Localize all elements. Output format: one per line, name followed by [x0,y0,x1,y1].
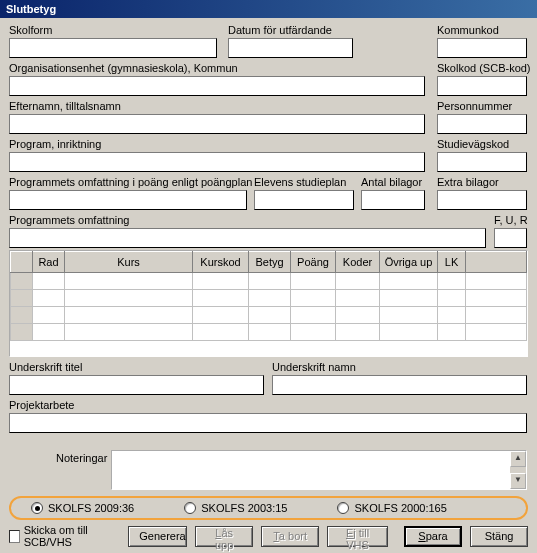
label-skolkod: Skolkod (SCB-kod) [437,62,531,74]
label-kommunkod: Kommunkod [437,24,499,36]
scrollbar[interactable]: ▲ ▼ [510,451,526,489]
input-fur[interactable] [494,228,527,248]
col-kurs[interactable]: Kurs [65,252,193,273]
input-datum[interactable] [228,38,353,58]
input-antal-bilagor[interactable] [361,190,425,210]
label-studievagskod: Studievägskod [437,138,509,150]
col-ovriga[interactable]: Övriga up [380,252,438,273]
input-noteringar[interactable]: ▲ ▼ [111,450,527,490]
window: Slutbetyg Skolform Datum för utfärdande … [0,0,537,553]
window-title: Slutbetyg [6,3,56,15]
checkbox-icon [9,530,20,543]
label-prog-omf: Programmets omfattning [9,214,129,226]
label-skolform: Skolform [9,24,52,36]
input-prog-omf-poang[interactable] [9,190,247,210]
col-blank [466,252,527,273]
titlebar: Slutbetyg [0,0,537,18]
radio-icon [184,502,196,514]
input-studievagskod[interactable] [437,152,527,172]
input-efternamn[interactable] [9,114,425,134]
label-extra-bilagor: Extra bilagor [437,176,499,188]
label-projektarbete: Projektarbete [9,399,74,411]
scroll-down-icon[interactable]: ▼ [510,473,526,489]
table-row[interactable] [11,273,527,290]
input-projektarbete[interactable] [9,413,527,433]
checkbox-label: Skicka om till SCB/VHS [24,524,115,548]
label-fur: F, U, R [494,214,528,226]
input-underskrift-titel[interactable] [9,375,264,395]
input-personnummer[interactable] [437,114,527,134]
label-antal-bilagor: Antal bilagor [361,176,422,188]
label-personnummer: Personnummer [437,100,512,112]
col-kurskod[interactable]: Kurskod [193,252,249,273]
input-kommunkod[interactable] [437,38,527,58]
col-rad[interactable]: Rad [33,252,65,273]
label-efternamn: Efternamn, tilltalsnamn [9,100,121,112]
input-orgenhet[interactable] [9,76,425,96]
grid-table: Rad Kurs Kurskod Betyg Poäng Koder Övrig… [10,251,527,341]
radio-label: SKOLFS 2003:15 [201,502,287,514]
input-skolkod[interactable] [437,76,527,96]
input-elev-studieplan[interactable] [254,190,354,210]
input-underskrift-namn[interactable] [272,375,527,395]
label-elev-studieplan: Elevens studieplan [254,176,346,188]
grid-header-row: Rad Kurs Kurskod Betyg Poäng Koder Övrig… [11,252,527,273]
label-program: Program, inriktning [9,138,101,150]
label-underskrift-titel: Underskrift titel [9,361,82,373]
radio-label: SKOLFS 2000:165 [354,502,446,514]
table-row[interactable] [11,307,527,324]
grid[interactable]: Rad Kurs Kurskod Betyg Poäng Koder Övrig… [9,250,528,357]
input-program[interactable] [9,152,425,172]
form-area: Skolform Datum för utfärdande Kommunkod … [0,18,537,490]
generera-button[interactable]: Generera [128,526,187,547]
col-poang[interactable]: Poäng [291,252,336,273]
input-prog-omf[interactable] [9,228,486,248]
checkbox-skicka-om[interactable]: Skicka om till SCB/VHS [9,524,114,548]
input-extra-bilagor[interactable] [437,190,527,210]
label-orgenhet: Organisationsenhet (gymnasieskola), Komm… [9,62,238,74]
radio-skolfs-2000[interactable]: SKOLFS 2000:165 [337,502,446,514]
table-row[interactable] [11,290,527,307]
radio-label: SKOLFS 2009:36 [48,502,134,514]
col-betyg[interactable]: Betyg [249,252,291,273]
radio-icon [337,502,349,514]
label-noteringar: Noteringar [56,452,107,464]
spara-button[interactable]: Spara [404,526,462,547]
label-underskrift-namn: Underskrift namn [272,361,356,373]
table-row[interactable] [11,324,527,341]
label-prog-omf-poang: Programmets omfattning i poäng enligt po… [9,176,252,188]
label-datum: Datum för utfärdande [228,24,332,36]
radio-icon [31,502,43,514]
tabort-button[interactable]: Ta bort [261,526,319,547]
lasupp-button[interactable]: Lås upp [195,526,253,547]
stang-button[interactable]: Stäng [470,526,528,547]
col-koder[interactable]: Koder [336,252,380,273]
scroll-up-icon[interactable]: ▲ [510,451,526,467]
radio-skolfs-2003[interactable]: SKOLFS 2003:15 [184,502,287,514]
input-skolform[interactable] [9,38,217,58]
grid-corner [11,252,33,273]
radio-skolfs-2009[interactable]: SKOLFS 2009:36 [31,502,134,514]
button-row: Skicka om till SCB/VHS Generera Lås upp … [9,525,528,547]
ejtillvhs-button[interactable]: Ej till VHS [327,526,388,547]
col-lk[interactable]: LK [438,252,466,273]
radio-group-skolfs: SKOLFS 2009:36 SKOLFS 2003:15 SKOLFS 200… [9,496,528,520]
